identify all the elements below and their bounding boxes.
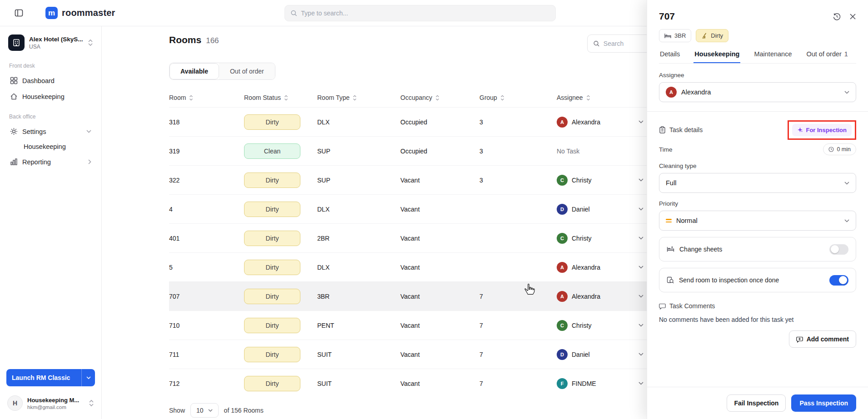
tab-details[interactable]: Details — [659, 50, 681, 63]
tab-housekeeping[interactable]: Housekeeping — [693, 50, 740, 63]
room-status-chip-label: Dirty — [711, 32, 723, 39]
table-row[interactable]: 707 Dirty 3BR Vacant 7 A Alexandra For I… — [169, 281, 713, 311]
assignee-cell[interactable]: D Daniel — [557, 349, 650, 360]
history-icon[interactable] — [833, 12, 841, 21]
table-row[interactable]: 710 Dirty PENT Vacant 7 C Christy — [169, 311, 713, 340]
send-to-inspection-label: Send room to inspection once done — [679, 276, 779, 284]
col-room[interactable]: Room — [169, 94, 244, 101]
room-type: DLX — [317, 118, 400, 126]
sidebar-toggle-icon[interactable] — [13, 7, 25, 19]
table-row[interactable]: 401 Dirty 2BR Vacant C Christy — [169, 223, 713, 252]
sidebar-item-housekeeping[interactable]: Housekeeping — [6, 89, 95, 104]
chevron-right-icon — [88, 159, 91, 164]
rooms-count: 166 — [206, 36, 219, 45]
assignee-cell[interactable]: F FINDME — [557, 378, 650, 389]
group: 7 — [479, 293, 557, 300]
launch-rm-classic-button[interactable]: Launch RM Classic — [6, 369, 95, 386]
col-room-type[interactable]: Room Type — [317, 94, 400, 101]
bed-icon — [664, 33, 671, 39]
table-row[interactable]: 322 Dirty SUP Vacant 3 C Christy — [169, 165, 713, 194]
assignee-cell[interactable]: C Christy — [557, 320, 650, 331]
tab-out-of-order[interactable]: Out of order — [219, 63, 275, 79]
assignee-chevron-icon[interactable] — [639, 353, 644, 356]
priority-select[interactable]: Normal — [659, 211, 856, 231]
sidebar-item-reporting[interactable]: Reporting — [6, 154, 95, 170]
updown-chevrons-icon — [88, 39, 93, 46]
assignee-chevron-icon[interactable] — [639, 295, 644, 298]
assignee-cell[interactable]: No Task — [557, 148, 650, 155]
tab-maintenance[interactable]: Maintenance — [753, 50, 793, 63]
col-occupancy[interactable]: Occupancy — [400, 94, 479, 101]
table-row[interactable]: 318 Dirty DLX Occupied 3 A Alexandra — [169, 107, 713, 136]
room-status-chip: Dirty — [696, 29, 728, 42]
launch-dropdown-caret[interactable] — [81, 369, 95, 386]
send-to-inspection-toggle[interactable] — [829, 275, 848, 286]
assignee-chevron-icon[interactable] — [639, 382, 644, 385]
global-search-input[interactable] — [301, 10, 550, 17]
fail-inspection-button[interactable]: Fail Inspection — [727, 394, 786, 412]
assignee-select[interactable]: A Alexandra — [659, 82, 856, 102]
sidebar-subitem-housekeeping[interactable]: Housekeeping — [6, 139, 95, 154]
room-number: 5 — [169, 264, 244, 271]
assignee-cell[interactable]: D Daniel — [557, 204, 650, 215]
assignee-cell[interactable]: A Alexandra — [557, 291, 650, 302]
cleaning-type-label: Cleaning type — [659, 163, 856, 169]
col-assignee[interactable]: Assignee — [557, 94, 650, 101]
change-sheets-toggle[interactable] — [829, 244, 848, 255]
group: 7 — [479, 380, 557, 387]
chevron-down-icon — [208, 409, 213, 412]
drawer-room-title: 707 — [659, 11, 675, 22]
assignee-cell[interactable]: C Christy — [557, 175, 650, 186]
tab-available[interactable]: Available — [170, 63, 219, 79]
assignee-chevron-icon[interactable] — [639, 266, 644, 269]
sidebar-item-settings[interactable]: Settings — [6, 123, 95, 139]
status-badge: Dirty — [244, 289, 300, 304]
page-size-select[interactable]: 10 — [190, 403, 219, 418]
priority-normal-icon — [666, 219, 672, 222]
occupancy: Occupied — [400, 118, 479, 126]
tab-out-of-order[interactable]: Out of order1 — [805, 50, 848, 63]
assignee-chevron-icon[interactable] — [639, 324, 644, 327]
cleaning-type-select[interactable]: Full — [659, 173, 856, 193]
global-search[interactable] — [284, 5, 556, 21]
room-number: 710 — [169, 322, 244, 329]
col-room-status[interactable]: Room Status — [244, 94, 317, 101]
group: 7 — [479, 322, 557, 329]
occupancy: Vacant — [400, 235, 479, 242]
pass-inspection-button[interactable]: Pass Inspection — [791, 394, 856, 412]
assignee-chevron-icon[interactable] — [639, 237, 644, 240]
assignee-chevron-icon[interactable] — [639, 207, 644, 211]
assignee-cell[interactable]: C Christy — [557, 233, 650, 244]
table-row[interactable]: 5 Dirty DLX Vacant A Alexandra — [169, 252, 713, 281]
occupancy: Occupied — [400, 148, 479, 155]
priority-value: Normal — [676, 217, 698, 224]
user-menu[interactable]: H Housekeeping M... hkm@gmail.com — [6, 394, 95, 413]
add-comment-button[interactable]: Add comment — [789, 330, 856, 348]
hotel-selector[interactable]: Alex Hotel (SkyS... USA — [6, 32, 95, 54]
room-type: DLX — [317, 206, 400, 213]
room-number: 711 — [169, 351, 244, 358]
sort-icon — [435, 95, 439, 101]
sidebar-item-dashboard[interactable]: Dashboard — [6, 73, 95, 89]
assignee-chevron-icon[interactable] — [639, 120, 644, 123]
avatar: A — [557, 262, 568, 273]
table-row[interactable]: 712 Dirty SUIT Vacant 7 F FINDME — [169, 369, 713, 398]
assignee-cell[interactable]: A Alexandra — [557, 262, 650, 273]
occupancy: Vacant — [400, 177, 479, 184]
table-row[interactable]: 711 Dirty SUIT Vacant 7 D Daniel — [169, 340, 713, 369]
occupancy: Vacant — [400, 264, 479, 271]
sidebar-item-label: Dashboard — [22, 77, 55, 84]
table-row[interactable]: 4 Dirty DLX Vacant D Daniel — [169, 194, 713, 223]
col-group[interactable]: Group — [479, 94, 557, 101]
assignee-cell[interactable]: A Alexandra — [557, 117, 650, 128]
sort-icon — [353, 95, 357, 101]
occupancy: Vacant — [400, 351, 479, 358]
send-to-inspection-card: Send room to inspection once done — [659, 268, 856, 292]
room-number: 319 — [169, 148, 244, 155]
table-row[interactable]: 319 Clean SUP Occupied 3 No Task — [169, 136, 713, 165]
table-header: Room Room Status Room Type Occupancy Gro… — [169, 88, 713, 107]
close-icon[interactable] — [849, 13, 856, 20]
group: 7 — [479, 351, 557, 358]
assignee-chevron-icon[interactable] — [639, 178, 644, 182]
inspection-icon — [667, 276, 674, 284]
